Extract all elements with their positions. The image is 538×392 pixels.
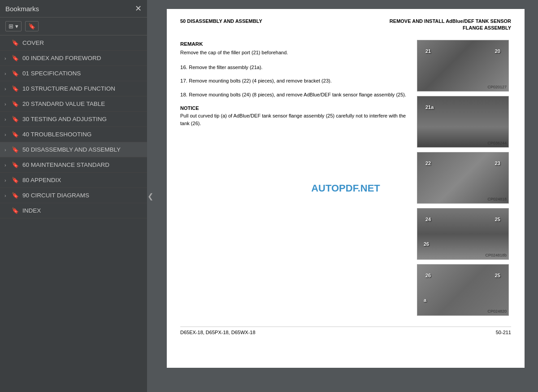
doc-images-column: 2120CP02012721aCP0362442223CP02481824252… (417, 40, 511, 318)
sidebar-item-30[interactable]: › 🔖 30 TESTING AND ADJUSTING (0, 112, 147, 127)
image-caption: CP024820 (487, 309, 507, 314)
step-17: 17. Remove mounting bolts (22) (4 pieces… (180, 77, 408, 85)
part-number-label: 26 (425, 273, 431, 278)
part-number-label: 23 (495, 161, 500, 166)
image-caption: CP036244 (487, 141, 507, 145)
image-caption: CP024818 (487, 197, 507, 201)
doc-footer: D65EX-18, D65PX-18, D65WX-18 50-211 (180, 327, 511, 335)
doc-footer-model: D65EX-18, D65PX-18, D65WX-18 (180, 330, 256, 335)
bookmark-icon: 🔖 (12, 161, 20, 168)
step-16: 16. Remove the filter assembly (21a). (180, 63, 408, 72)
bookmark-icon: 🔖 (12, 55, 20, 61)
remark-label: REMARK (180, 40, 408, 48)
sidebar-item-20[interactable]: › 🔖 20 STANDARD VALUE TABLE (0, 96, 147, 112)
steps-container: 16. Remove the filter assembly (21a).17.… (180, 63, 408, 99)
notice-label: NOTICE (180, 105, 408, 113)
sidebar-item-label: 60 MAINTENANCE STANDARD (22, 161, 109, 168)
image-caption: CP024818b (485, 253, 507, 257)
sidebar-item-index[interactable]: 🔖 INDEX (0, 203, 147, 218)
remark-text: Remove the cap of the filler port (21) b… (180, 49, 408, 57)
sidebar-item-90[interactable]: › 🔖 90 CIRCUIT DIAGRAMS (0, 188, 147, 203)
notice-text: Pull out curved tip (a) of AdBlue/DEF ta… (180, 112, 408, 127)
part-number-label: 22 (425, 161, 431, 166)
doc-header: 50 DISASSEMBLY AND ASSEMBLY REMOVE AND I… (180, 18, 511, 32)
sidebar-item-label: INDEX (22, 207, 41, 214)
doc-body: REMARK Remove the cap of the filler port… (180, 40, 511, 318)
step-number: 17. (180, 78, 189, 83)
step-text: Remove mounting bolts (24) (8 pieces), a… (189, 92, 406, 97)
document-image-CP024818b: 242526CP024818b (417, 208, 509, 260)
sidebar-item-label: 10 STRUCTURE AND FUNCTION (22, 85, 115, 92)
bookmark-icon: 🔖 (12, 70, 20, 77)
collapse-sidebar-button[interactable]: ❮ (147, 0, 153, 392)
chevron-icon: › (4, 178, 12, 183)
chevron-icon: › (4, 132, 12, 137)
close-button[interactable]: ✕ (135, 4, 142, 13)
part-number-label: 21 (425, 48, 431, 54)
sidebar-item-60[interactable]: › 🔖 60 MAINTENANCE STANDARD (0, 157, 147, 173)
sidebar-item-50[interactable]: › 🔖 50 DISASSEMBLY AND ASSEMBLY (0, 142, 147, 157)
step-text: Remove mounting bolts (22) (4 pieces), a… (189, 78, 332, 83)
bookmark-icon: 🔖 (12, 85, 20, 92)
chevron-icon: › (4, 86, 12, 91)
document-page: 50 DISASSEMBLY AND ASSEMBLY REMOVE AND I… (167, 9, 525, 368)
document-image-CP020127: 2120CP020127 (417, 40, 509, 91)
step-number: 18. (180, 92, 189, 97)
chevron-icon: › (4, 101, 12, 107)
part-number-label: a (424, 297, 426, 303)
sidebar-item-00[interactable]: › 🔖 00 INDEX AND FOREWORD (0, 51, 147, 66)
chevron-icon: › (4, 162, 12, 168)
part-number-label: 21a (425, 105, 434, 110)
chevron-icon: › (4, 71, 12, 76)
sidebar-item-label: 80 APPENDIX (22, 177, 61, 183)
chevron-icon: › (4, 117, 12, 122)
bookmark-icon: 🔖 (12, 100, 20, 107)
chevron-icon: › (4, 56, 12, 61)
part-number-label: 20 (495, 48, 500, 54)
sidebar-item-10[interactable]: › 🔖 10 STRUCTURE AND FUNCTION (0, 81, 147, 96)
bookmark-icon: 🔖 (12, 131, 20, 138)
bookmark-icon: 🔖 (12, 116, 20, 122)
sidebar-item-label: 00 INDEX AND FOREWORD (22, 55, 101, 61)
chevron-icon: › (4, 193, 12, 198)
doc-footer-page: 50-211 (496, 330, 511, 335)
sidebar-header: Bookmarks ✕ (0, 0, 147, 17)
sidebar-item-40[interactable]: › 🔖 40 TROUBLESHOOTING (0, 127, 147, 142)
image-caption: CP020127 (487, 85, 507, 89)
sidebar-item-01[interactable]: › 🔖 01 SPECIFICATIONS (0, 66, 147, 81)
doc-header-left: 50 DISASSEMBLY AND ASSEMBLY (180, 18, 262, 32)
sidebar-item-label: 50 DISASSEMBLY AND ASSEMBLY (22, 146, 121, 153)
doc-header-right: REMOVE AND INSTALL AdBlue/DEF TANK SENSO… (386, 18, 511, 32)
sidebar-item-cover[interactable]: 🔖 COVER (0, 35, 147, 51)
expand-all-button[interactable]: ⊞ ▾ (5, 21, 22, 31)
sidebar-toolbar: ⊞ ▾ 🔖 (0, 17, 147, 35)
doc-text-column: REMARK Remove the cap of the filler port… (180, 40, 408, 318)
document-image-CP024820: 2625aCP024820 (417, 264, 509, 316)
bookmark-icon: 🔖 (12, 146, 20, 153)
sidebar-item-label: 01 SPECIFICATIONS (22, 70, 81, 77)
sidebar-item-label: 20 STANDARD VALUE TABLE (22, 100, 105, 107)
sidebar-title: Bookmarks (5, 5, 39, 13)
step-text: Remove the filter assembly (21a). (189, 65, 262, 70)
part-number-label: 26 (424, 241, 429, 247)
bookmark-button[interactable]: 🔖 (25, 21, 39, 31)
document-image-CP024818: 2223CP024818 (417, 152, 509, 204)
bookmark-icon: 🔖 (12, 39, 20, 46)
step-18: 18. Remove mounting bolts (24) (8 pieces… (180, 91, 408, 99)
main-content: 50 DISASSEMBLY AND ASSEMBLY REMOVE AND I… (153, 0, 538, 392)
step-number: 16. (180, 65, 189, 70)
chevron-left-icon: ❮ (148, 192, 153, 200)
document-image-CP036244: 21aCP036244 (417, 96, 509, 148)
chevron-icon: › (4, 147, 12, 152)
sidebar-items: 🔖 COVER › 🔖 00 INDEX AND FOREWORD › 🔖 01… (0, 35, 147, 392)
sidebar-item-label: 40 TROUBLESHOOTING (22, 131, 91, 138)
part-number-label: 24 (425, 217, 431, 222)
sidebar-item-80[interactable]: › 🔖 80 APPENDIX (0, 173, 147, 188)
bookmark-icon: 🔖 (12, 177, 20, 183)
sidebar-item-label: COVER (22, 39, 44, 46)
bookmark-icon: 🔖 (12, 207, 20, 214)
sidebar-item-label: 30 TESTING AND ADJUSTING (22, 116, 107, 122)
part-number-label: 25 (495, 217, 500, 222)
bookmark-icon: 🔖 (12, 192, 20, 199)
part-number-label: 25 (495, 273, 500, 278)
